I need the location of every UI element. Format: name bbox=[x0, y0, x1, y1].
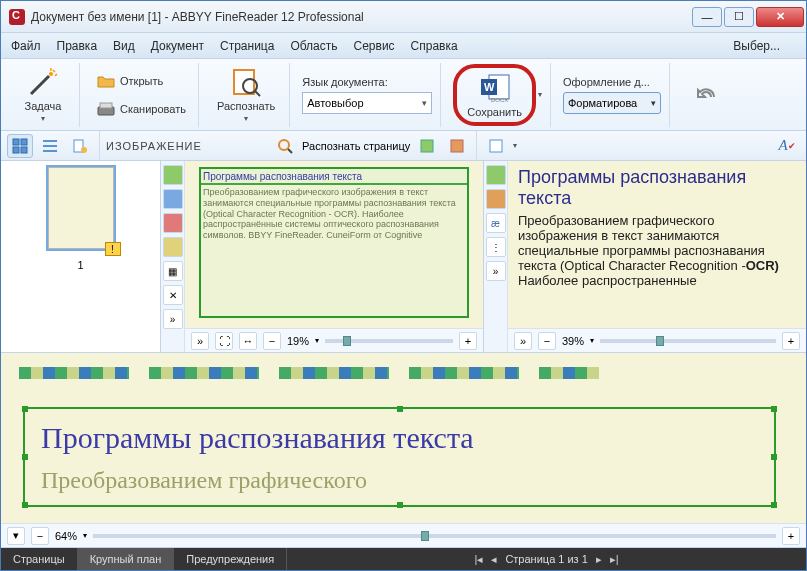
ttool-3[interactable]: æ bbox=[486, 213, 506, 233]
maximize-button[interactable]: ☐ bbox=[724, 7, 754, 27]
ttool-2[interactable] bbox=[486, 189, 506, 209]
menu-tools[interactable]: Сервис bbox=[354, 39, 395, 53]
close-button[interactable]: ✕ bbox=[756, 7, 804, 27]
language-select[interactable]: Автовыбор bbox=[302, 92, 432, 114]
image-panel-title: ИЗОБРАЖЕНИЕ bbox=[106, 140, 202, 152]
tool-more[interactable]: » bbox=[163, 309, 183, 329]
menu-view[interactable]: Вид bbox=[113, 39, 135, 53]
tool-area-red[interactable] bbox=[163, 213, 183, 233]
page-next-button[interactable]: ▸ bbox=[596, 553, 602, 566]
open-button[interactable]: Открыть bbox=[92, 69, 190, 93]
pages-panel: ! 1 bbox=[1, 161, 161, 352]
design-label: Оформление д... bbox=[563, 76, 661, 88]
svg-rect-21 bbox=[490, 140, 502, 152]
svg-point-0 bbox=[49, 72, 53, 76]
svg-point-18 bbox=[279, 140, 289, 150]
minimize-button[interactable]: — bbox=[692, 7, 722, 27]
page-first-button[interactable]: |◂ bbox=[475, 553, 484, 566]
recognize-button[interactable]: Распознать ▾ bbox=[211, 64, 281, 125]
task-label: Задача bbox=[25, 100, 62, 112]
svg-rect-15 bbox=[43, 150, 57, 152]
svg-rect-12 bbox=[21, 147, 27, 153]
image-canvas[interactable]: Программы распознавания текста Преобразо… bbox=[185, 161, 483, 328]
image-zoom-in[interactable]: + bbox=[459, 332, 477, 350]
menu-help[interactable]: Справка bbox=[411, 39, 458, 53]
image-zoom-bar: » ⛶ ↔ − 19%▾ + bbox=[185, 328, 483, 352]
tool-table[interactable]: ▦ bbox=[163, 261, 183, 281]
page-last-button[interactable]: ▸| bbox=[610, 553, 619, 566]
tool-area-blue[interactable] bbox=[163, 189, 183, 209]
page-prev-button[interactable]: ◂ bbox=[491, 553, 497, 566]
text-style-button[interactable]: A✔ bbox=[774, 134, 800, 158]
save-label: Сохранить bbox=[467, 106, 522, 118]
closeup-heading: Программы распознавания текста bbox=[25, 409, 774, 467]
svg-rect-13 bbox=[43, 140, 57, 142]
status-closeup-tab[interactable]: Крупный план bbox=[78, 548, 175, 570]
page-thumbnail[interactable]: ! bbox=[48, 167, 114, 249]
ttool-1[interactable] bbox=[486, 165, 506, 185]
wand-icon bbox=[27, 66, 59, 98]
menu-file[interactable]: Файл bbox=[11, 39, 41, 53]
text-side-toolbar: æ ⋮ » bbox=[484, 161, 508, 352]
image-side-toolbar: ▦ ✕ » bbox=[161, 161, 185, 352]
text-body: Преобразованием графического изображения… bbox=[518, 213, 765, 273]
menu-document[interactable]: Документ bbox=[151, 39, 204, 53]
svg-rect-19 bbox=[421, 140, 433, 152]
closeup-sub: Преобразованием графического bbox=[25, 467, 774, 494]
view-list-button[interactable] bbox=[37, 134, 63, 158]
image-fitwidth-button[interactable]: ↔ bbox=[239, 332, 257, 350]
view-thumbnails-button[interactable] bbox=[7, 134, 33, 158]
folder-open-icon bbox=[96, 71, 116, 91]
status-warnings-tab[interactable]: Предупреждения bbox=[174, 548, 287, 570]
task-button[interactable]: Задача ▾ bbox=[15, 64, 71, 125]
text-expand-button[interactable]: » bbox=[514, 332, 532, 350]
closeup-zoom-in[interactable]: + bbox=[782, 527, 800, 545]
format-value: Форматирова bbox=[568, 97, 637, 109]
menu-area[interactable]: Область bbox=[290, 39, 337, 53]
menubar: Файл Правка Вид Документ Страница Област… bbox=[1, 33, 806, 59]
ttool-more[interactable]: » bbox=[486, 261, 506, 281]
recognize-label: Распознать bbox=[217, 100, 275, 112]
menu-page[interactable]: Страница bbox=[220, 39, 274, 53]
scanner-icon bbox=[96, 99, 116, 119]
image-zoom-out[interactable]: − bbox=[263, 332, 281, 350]
image-tool-1[interactable] bbox=[414, 134, 440, 158]
tool-area-green[interactable] bbox=[163, 165, 183, 185]
view-settings-button[interactable] bbox=[67, 134, 93, 158]
text-tool-1[interactable] bbox=[483, 134, 509, 158]
closeup-zoom-bar: ▾ − 64%▾ + bbox=[1, 523, 806, 547]
closeup-opts-button[interactable]: ▾ bbox=[7, 527, 25, 545]
image-tool-2[interactable] bbox=[444, 134, 470, 158]
scan-button[interactable]: Сканировать bbox=[92, 97, 190, 121]
preview-heading: Программы распознавания текста bbox=[201, 169, 467, 185]
thumbnail-number: 1 bbox=[77, 259, 83, 271]
ribbon: Задача ▾ Открыть Сканировать Распознать … bbox=[1, 59, 806, 131]
text-cont: Наиболее распространенные bbox=[518, 273, 796, 288]
preview-body: Преобразованием графического изображения… bbox=[201, 185, 467, 243]
svg-rect-11 bbox=[13, 147, 19, 153]
text-zoom-in[interactable]: + bbox=[782, 332, 800, 350]
closeup-canvas[interactable]: Программы распознавания текста Преобразо… bbox=[1, 353, 806, 523]
status-pages-tab[interactable]: Страницы bbox=[1, 548, 78, 570]
recognize-page-label: Распознать страницу bbox=[302, 140, 410, 152]
recognize-page-button[interactable] bbox=[272, 134, 298, 158]
text-canvas[interactable]: Программы распознавания текста Преобразо… bbox=[508, 161, 806, 328]
text-zoom-out[interactable]: − bbox=[538, 332, 556, 350]
closeup-zoom-out[interactable]: − bbox=[31, 527, 49, 545]
tool-area-yellow[interactable] bbox=[163, 237, 183, 257]
menu-edit[interactable]: Правка bbox=[57, 39, 98, 53]
menu-picker[interactable]: Выбер... bbox=[733, 39, 780, 53]
warning-icon: ! bbox=[105, 242, 121, 256]
undo-button[interactable] bbox=[682, 77, 738, 113]
save-button[interactable]: WDOCX Сохранить bbox=[461, 70, 528, 120]
tool-delete[interactable]: ✕ bbox=[163, 285, 183, 305]
image-panel: ▦ ✕ » Программы распознавания текста Пре… bbox=[161, 161, 484, 352]
window-title: Документ без имени [1] - ABBYY FineReade… bbox=[31, 10, 692, 24]
image-expand-button[interactable]: » bbox=[191, 332, 209, 350]
save-dropdown[interactable]: ▾ bbox=[538, 90, 542, 99]
word-docx-icon: WDOCX bbox=[479, 72, 511, 104]
format-select[interactable]: Форматирова bbox=[563, 92, 661, 114]
image-fit-button[interactable]: ⛶ bbox=[215, 332, 233, 350]
ttool-4[interactable]: ⋮ bbox=[486, 237, 506, 257]
closeup-zoom-value: 64% bbox=[55, 530, 77, 542]
